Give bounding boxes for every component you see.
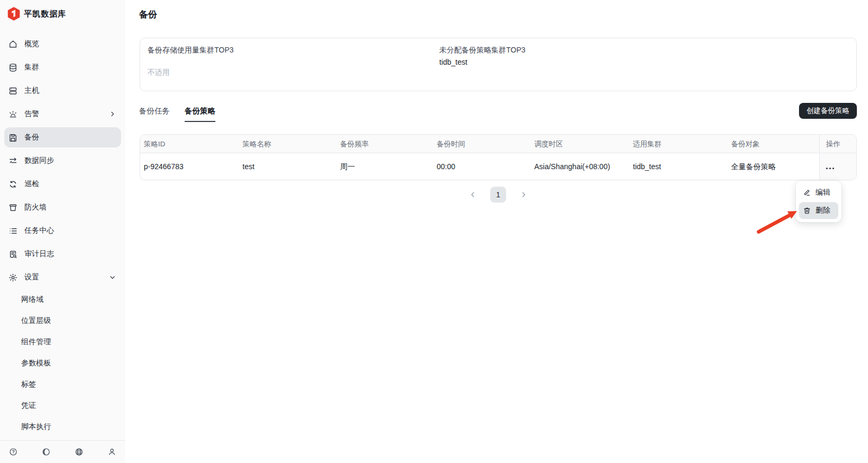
backup-summary-card: 备份存储使用量集群TOP3 不适用 未分配备份策略集群TOP3 tidb_tes… [140, 38, 857, 91]
theme-moon-icon[interactable] [41, 447, 51, 457]
create-backup-policy-button[interactable]: 创建备份策略 [799, 103, 857, 119]
sidebar-item-label: 设置 [24, 273, 39, 282]
pagination: 1 [140, 187, 857, 203]
sidebar-item-audit-log[interactable]: 审计日志 [4, 244, 121, 264]
menu-item-delete[interactable]: 删除 [799, 202, 838, 219]
sidebar: 平凯数据库 概览 集群 主机 [0, 0, 125, 463]
sidebar-subitem-parameter-templates[interactable]: 参数模板 [4, 354, 121, 372]
sidebar-item-inspection[interactable]: 巡检 [4, 174, 121, 194]
row-actions-ellipsis-icon[interactable] [826, 155, 834, 180]
sidebar-item-data-sync[interactable]: 数据同步 [4, 151, 121, 171]
cell-policy-id: p-92466783 [140, 153, 239, 180]
sidebar-subitem-location-hierarchy[interactable]: 位置层级 [4, 312, 121, 330]
sidebar-item-label: 防火墙 [24, 203, 47, 212]
sidebar-subitem-tags[interactable]: 标签 [4, 375, 121, 394]
chevron-right-icon [109, 111, 116, 117]
inspection-cycle-icon [8, 180, 18, 189]
sidebar-subitem-script-execution[interactable]: 脚本执行 [4, 418, 121, 436]
sidebar-item-label: 巡检 [24, 179, 39, 189]
storage-top3-block: 备份存储使用量集群TOP3 不适用 [147, 46, 233, 77]
row-actions-menu: 编辑 删除 [796, 181, 841, 222]
sidebar-subitem-network-domain[interactable]: 网络域 [4, 291, 121, 309]
sidebar-item-hosts[interactable]: 主机 [4, 81, 121, 101]
unassigned-policy-cluster: tidb_test [439, 58, 525, 66]
backup-tabs: 备份任务 备份策略 [139, 106, 215, 122]
backup-save-icon [8, 133, 18, 142]
cell-schedule-timezone: Asia/Shanghai(+08:00) [531, 153, 629, 180]
brand-logo-icon [7, 7, 20, 21]
sidebar-item-firewall[interactable]: 防火墙 [4, 197, 121, 217]
pencil-icon [803, 189, 811, 196]
tab-backup-tasks[interactable]: 备份任务 [139, 106, 170, 122]
sidebar-item-label: 任务中心 [24, 226, 54, 235]
column-header-policy-id: 策略ID [140, 135, 239, 153]
sidebar-item-alerts[interactable]: 告警 [4, 104, 121, 124]
sidebar-footer [0, 440, 125, 463]
sidebar-item-label: 告警 [24, 109, 39, 119]
sidebar-item-task-center[interactable]: 任务中心 [4, 221, 121, 241]
alarm-icon [8, 110, 18, 119]
pagination-page-1[interactable]: 1 [490, 187, 506, 203]
brand-name: 平凯数据库 [24, 9, 66, 19]
task-list-icon [8, 226, 18, 235]
gear-icon [8, 273, 18, 282]
sidebar-item-label: 数据同步 [24, 156, 54, 165]
sidebar-item-label: 概览 [24, 39, 39, 49]
column-header-backup-time: 备份时间 [433, 135, 531, 153]
column-header-backup-frequency: 备份频率 [336, 135, 433, 153]
column-header-applied-cluster: 适用集群 [629, 135, 727, 153]
cell-applied-cluster: tidb_test [629, 153, 727, 180]
user-icon[interactable] [107, 447, 117, 457]
sidebar-subitem-component-management[interactable]: 组件管理 [4, 333, 121, 351]
unassigned-policy-top3-block: 未分配备份策略集群TOP3 tidb_test [439, 46, 525, 66]
sidebar-item-clusters[interactable]: 集群 [4, 57, 121, 77]
backup-policy-table: 策略ID 策略名称 备份频率 备份时间 调度时区 适用集群 备份对象 操作 p-… [140, 134, 857, 180]
menu-item-edit[interactable]: 编辑 [799, 184, 838, 201]
main-content: 备份 备份存储使用量集群TOP3 不适用 未分配备份策略集群TOP3 tidb_… [125, 0, 868, 463]
unassigned-policy-top3-title: 未分配备份策略集群TOP3 [439, 46, 525, 55]
cell-policy-name: test [239, 153, 336, 180]
cell-actions [819, 153, 856, 180]
sidebar-nav: 概览 集群 主机 告警 [4, 34, 121, 439]
sidebar-item-label: 主机 [24, 86, 39, 95]
sidebar-item-label: 备份 [24, 133, 39, 142]
storage-top3-value: 不适用 [147, 68, 233, 77]
column-header-policy-name: 策略名称 [239, 135, 336, 153]
menu-item-edit-label: 编辑 [815, 188, 830, 197]
sidebar-item-label: 集群 [24, 63, 39, 72]
cell-backup-time: 00:00 [433, 153, 531, 180]
menu-item-delete-label: 删除 [815, 206, 830, 215]
table-row: p-92466783 test 周一 00:00 Asia/Shanghai(+… [140, 153, 856, 180]
cell-backup-frequency: 周一 [336, 153, 433, 180]
globe-icon[interactable] [74, 447, 84, 457]
column-header-actions: 操作 [819, 135, 856, 153]
cell-backup-target: 全量备份策略 [727, 153, 819, 180]
database-icon [8, 63, 18, 72]
brand: 平凯数据库 [7, 7, 66, 21]
table-header-row: 策略ID 策略名称 备份频率 备份时间 调度时区 适用集群 备份对象 操作 [140, 135, 856, 153]
audit-log-icon [8, 250, 18, 259]
column-header-schedule-timezone: 调度时区 [531, 135, 629, 153]
pagination-next-icon[interactable] [520, 191, 527, 198]
sidebar-subitem-credentials[interactable]: 凭证 [4, 397, 121, 415]
firewall-icon [8, 203, 18, 212]
home-icon [8, 40, 18, 49]
tab-backup-policies[interactable]: 备份策略 [185, 106, 215, 122]
sidebar-item-settings[interactable]: 设置 [4, 267, 121, 287]
page-title: 备份 [139, 8, 157, 21]
sync-arrows-icon [8, 156, 18, 165]
pagination-prev-icon[interactable] [469, 191, 476, 198]
server-icon [8, 86, 18, 95]
sidebar-item-label: 审计日志 [24, 249, 54, 259]
storage-top3-title: 备份存储使用量集群TOP3 [147, 46, 233, 55]
sidebar-item-overview[interactable]: 概览 [4, 34, 121, 54]
sidebar-item-backup[interactable]: 备份 [4, 127, 121, 147]
help-icon[interactable] [8, 447, 18, 457]
app-root: 平凯数据库 概览 集群 主机 [0, 0, 868, 463]
chevron-down-icon [109, 274, 116, 281]
trash-icon [803, 207, 811, 214]
column-header-backup-target: 备份对象 [727, 135, 819, 153]
